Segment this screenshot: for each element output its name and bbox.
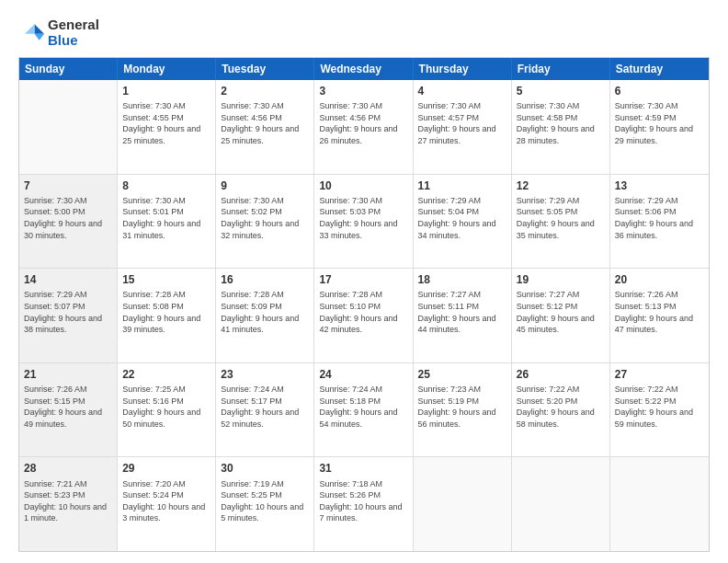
- day-cell-17: 17Sunrise: 7:28 AM Sunset: 5:10 PM Dayli…: [314, 269, 413, 362]
- day-cell-9: 9Sunrise: 7:30 AM Sunset: 5:02 PM Daylig…: [216, 175, 314, 269]
- cell-info: Sunrise: 7:27 AM Sunset: 5:11 PM Dayligh…: [418, 289, 506, 335]
- day-cell-8: 8Sunrise: 7:30 AM Sunset: 5:01 PM Daylig…: [118, 175, 216, 269]
- week-row-5: 28Sunrise: 7:21 AM Sunset: 5:23 PM Dayli…: [19, 456, 709, 551]
- header: General Blue: [18, 17, 710, 48]
- day-number: 11: [418, 178, 506, 193]
- cell-info: Sunrise: 7:18 AM Sunset: 5:26 PM Dayligh…: [319, 478, 407, 524]
- day-number: 12: [517, 178, 605, 193]
- day-number: 10: [319, 178, 407, 193]
- day-number: 29: [122, 461, 210, 476]
- empty-cell: [610, 457, 709, 551]
- day-number: 21: [24, 367, 112, 382]
- cell-info: Sunrise: 7:30 AM Sunset: 5:03 PM Dayligh…: [319, 195, 407, 241]
- day-cell-14: 14Sunrise: 7:29 AM Sunset: 5:07 PM Dayli…: [19, 269, 118, 362]
- day-cell-29: 29Sunrise: 7:20 AM Sunset: 5:24 PM Dayli…: [118, 457, 216, 551]
- day-cell-11: 11Sunrise: 7:29 AM Sunset: 5:04 PM Dayli…: [414, 175, 512, 269]
- day-number: 17: [319, 272, 407, 287]
- day-number: 6: [615, 84, 704, 98]
- day-cell-6: 6Sunrise: 7:30 AM Sunset: 4:59 PM Daylig…: [610, 80, 709, 174]
- cell-info: Sunrise: 7:19 AM Sunset: 5:25 PM Dayligh…: [221, 478, 309, 524]
- cell-info: Sunrise: 7:26 AM Sunset: 5:15 PM Dayligh…: [24, 384, 112, 430]
- cell-info: Sunrise: 7:30 AM Sunset: 4:57 PM Dayligh…: [418, 100, 506, 146]
- calendar: SundayMondayTuesdayWednesdayThursdayFrid…: [18, 57, 710, 552]
- cell-info: Sunrise: 7:24 AM Sunset: 5:17 PM Dayligh…: [221, 384, 309, 430]
- cell-info: Sunrise: 7:28 AM Sunset: 5:10 PM Dayligh…: [319, 289, 407, 335]
- day-cell-18: 18Sunrise: 7:27 AM Sunset: 5:11 PM Dayli…: [414, 269, 512, 362]
- day-cell-25: 25Sunrise: 7:23 AM Sunset: 5:19 PM Dayli…: [414, 363, 512, 457]
- header-day-friday: Friday: [512, 58, 610, 80]
- day-number: 26: [517, 367, 605, 382]
- day-cell-2: 2Sunrise: 7:30 AM Sunset: 4:56 PM Daylig…: [216, 80, 314, 174]
- cell-info: Sunrise: 7:29 AM Sunset: 5:04 PM Dayligh…: [418, 195, 506, 241]
- cell-info: Sunrise: 7:20 AM Sunset: 5:24 PM Dayligh…: [122, 478, 210, 524]
- logo-text: General Blue: [48, 17, 99, 48]
- day-cell-5: 5Sunrise: 7:30 AM Sunset: 4:58 PM Daylig…: [512, 80, 610, 174]
- header-day-monday: Monday: [118, 58, 216, 80]
- cell-info: Sunrise: 7:23 AM Sunset: 5:19 PM Dayligh…: [418, 384, 506, 430]
- cell-info: Sunrise: 7:30 AM Sunset: 4:56 PM Dayligh…: [221, 100, 309, 146]
- cell-info: Sunrise: 7:29 AM Sunset: 5:06 PM Dayligh…: [615, 195, 704, 241]
- day-cell-15: 15Sunrise: 7:28 AM Sunset: 5:08 PM Dayli…: [118, 269, 216, 362]
- day-cell-28: 28Sunrise: 7:21 AM Sunset: 5:23 PM Dayli…: [19, 457, 118, 551]
- cell-info: Sunrise: 7:29 AM Sunset: 5:05 PM Dayligh…: [517, 195, 605, 241]
- header-day-tuesday: Tuesday: [216, 58, 314, 80]
- header-day-sunday: Sunday: [19, 58, 118, 80]
- day-number: 16: [221, 272, 309, 287]
- svg-marker-1: [35, 34, 45, 40]
- header-day-wednesday: Wednesday: [314, 58, 413, 80]
- cell-info: Sunrise: 7:30 AM Sunset: 4:55 PM Dayligh…: [122, 100, 210, 146]
- day-cell-3: 3Sunrise: 7:30 AM Sunset: 4:56 PM Daylig…: [314, 80, 413, 174]
- empty-cell: [19, 80, 118, 174]
- day-number: 19: [517, 272, 605, 287]
- day-number: 13: [615, 178, 704, 193]
- cell-info: Sunrise: 7:30 AM Sunset: 5:01 PM Dayligh…: [122, 195, 210, 241]
- calendar-body: 1Sunrise: 7:30 AM Sunset: 4:55 PM Daylig…: [19, 80, 709, 551]
- day-cell-24: 24Sunrise: 7:24 AM Sunset: 5:18 PM Dayli…: [314, 363, 413, 457]
- week-row-2: 7Sunrise: 7:30 AM Sunset: 5:00 PM Daylig…: [19, 174, 709, 269]
- day-number: 25: [418, 367, 506, 382]
- day-cell-31: 31Sunrise: 7:18 AM Sunset: 5:26 PM Dayli…: [314, 457, 413, 551]
- day-cell-10: 10Sunrise: 7:30 AM Sunset: 5:03 PM Dayli…: [314, 175, 413, 269]
- week-row-3: 14Sunrise: 7:29 AM Sunset: 5:07 PM Dayli…: [19, 268, 709, 362]
- page: General Blue SundayMondayTuesdayWednesda…: [0, 0, 728, 563]
- day-number: 5: [517, 84, 605, 98]
- calendar-header: SundayMondayTuesdayWednesdayThursdayFrid…: [19, 58, 709, 80]
- empty-cell: [414, 457, 512, 551]
- day-number: 20: [615, 272, 704, 287]
- day-number: 9: [221, 178, 309, 193]
- header-day-thursday: Thursday: [414, 58, 512, 80]
- day-cell-12: 12Sunrise: 7:29 AM Sunset: 5:05 PM Dayli…: [512, 175, 610, 269]
- week-row-1: 1Sunrise: 7:30 AM Sunset: 4:55 PM Daylig…: [19, 80, 709, 174]
- cell-info: Sunrise: 7:28 AM Sunset: 5:08 PM Dayligh…: [122, 289, 210, 335]
- day-number: 22: [122, 367, 210, 382]
- cell-info: Sunrise: 7:30 AM Sunset: 4:56 PM Dayligh…: [319, 100, 407, 146]
- day-number: 23: [221, 367, 309, 382]
- day-number: 2: [221, 84, 309, 98]
- day-cell-4: 4Sunrise: 7:30 AM Sunset: 4:57 PM Daylig…: [414, 80, 512, 174]
- cell-info: Sunrise: 7:22 AM Sunset: 5:20 PM Dayligh…: [517, 384, 605, 430]
- logo-icon: [18, 19, 44, 45]
- cell-info: Sunrise: 7:28 AM Sunset: 5:09 PM Dayligh…: [221, 289, 309, 335]
- cell-info: Sunrise: 7:22 AM Sunset: 5:22 PM Dayligh…: [615, 384, 704, 430]
- day-number: 3: [319, 84, 407, 98]
- cell-info: Sunrise: 7:25 AM Sunset: 5:16 PM Dayligh…: [122, 384, 210, 430]
- cell-info: Sunrise: 7:30 AM Sunset: 4:59 PM Dayligh…: [615, 100, 704, 146]
- header-day-saturday: Saturday: [610, 58, 709, 80]
- day-number: 31: [319, 461, 407, 476]
- day-cell-27: 27Sunrise: 7:22 AM Sunset: 5:22 PM Dayli…: [610, 363, 709, 457]
- day-number: 15: [122, 272, 210, 287]
- day-number: 27: [615, 367, 704, 382]
- cell-info: Sunrise: 7:27 AM Sunset: 5:12 PM Dayligh…: [517, 289, 605, 335]
- cell-info: Sunrise: 7:26 AM Sunset: 5:13 PM Dayligh…: [615, 289, 704, 335]
- day-number: 28: [24, 461, 112, 476]
- day-number: 8: [122, 178, 210, 193]
- day-cell-19: 19Sunrise: 7:27 AM Sunset: 5:12 PM Dayli…: [512, 269, 610, 362]
- day-number: 14: [24, 272, 112, 287]
- day-cell-30: 30Sunrise: 7:19 AM Sunset: 5:25 PM Dayli…: [216, 457, 314, 551]
- day-cell-26: 26Sunrise: 7:22 AM Sunset: 5:20 PM Dayli…: [512, 363, 610, 457]
- day-cell-1: 1Sunrise: 7:30 AM Sunset: 4:55 PM Daylig…: [118, 80, 216, 174]
- day-number: 1: [122, 84, 210, 98]
- day-number: 24: [319, 367, 407, 382]
- cell-info: Sunrise: 7:21 AM Sunset: 5:23 PM Dayligh…: [24, 478, 112, 524]
- cell-info: Sunrise: 7:30 AM Sunset: 4:58 PM Dayligh…: [517, 100, 605, 146]
